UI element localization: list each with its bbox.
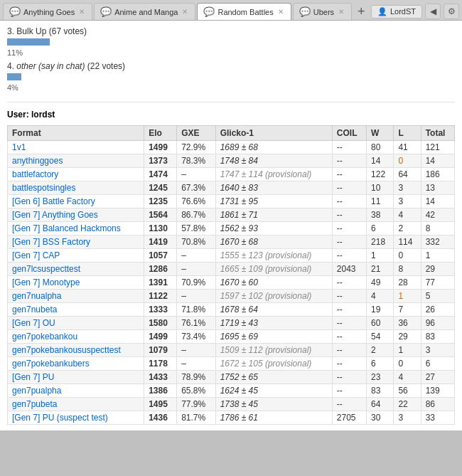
cell-total-18: 139 xyxy=(421,384,454,398)
table-row: [Gen 7] Anything Goes 1564 86.7% 1861 ± … xyxy=(8,208,455,222)
cell-elo-18: 1386 xyxy=(144,384,177,398)
cell-glicko-2: 1747 ± 114 (provisional) xyxy=(215,168,332,181)
chat-icon-1: 💬 xyxy=(100,6,112,17)
tab-random-battles[interactable]: 💬 Random Battles ✕ xyxy=(197,3,291,20)
cell-w-1: 14 xyxy=(367,154,394,168)
cell-w-13: 60 xyxy=(367,317,394,330)
cell-coil-3: -- xyxy=(332,181,366,195)
cell-total-11: 5 xyxy=(421,290,454,303)
cell-w-16: 6 xyxy=(367,357,394,371)
cell-format-12: gen7nubeta xyxy=(8,303,144,317)
cell-total-9: 29 xyxy=(421,263,454,276)
tab-anime-manga[interactable]: 💬 Anime and Manga ✕ xyxy=(94,3,195,20)
cell-w-11: 4 xyxy=(367,290,394,303)
cell-glicko-3: 1640 ± 83 xyxy=(215,181,332,195)
cell-format-0: 1v1 xyxy=(8,141,144,154)
poll-item3-label: Bulk Up xyxy=(16,26,46,36)
cell-w-2: 122 xyxy=(367,168,394,181)
cell-w-9: 21 xyxy=(367,263,394,276)
table-row: gen7pokebankubers 1178 – 1672 ± 105 (pro… xyxy=(8,357,455,371)
cell-format-17: [Gen 7] PU xyxy=(8,371,144,384)
cell-w-8: 1 xyxy=(367,249,394,263)
cell-total-15: 3 xyxy=(421,344,454,357)
poll-pct-4: 4% xyxy=(7,83,455,92)
col-format: Format xyxy=(8,126,144,141)
cell-coil-8: -- xyxy=(332,249,366,263)
username-label: LordST xyxy=(390,7,416,16)
cell-format-14: gen7pokebankou xyxy=(8,330,144,344)
cell-elo-3: 1245 xyxy=(144,181,177,195)
user-badge: 👤 LordST xyxy=(371,5,422,18)
cell-format-6: [Gen 7] Balanced Hackmons xyxy=(8,222,144,236)
poll-bar-container-3 xyxy=(7,38,455,48)
cell-w-19: 64 xyxy=(367,398,394,411)
table-row: gen7pubeta 1495 77.9% 1738 ± 45 -- 64 22… xyxy=(8,398,455,411)
cell-coil-2: -- xyxy=(332,168,366,181)
cell-total-7: 332 xyxy=(421,236,454,249)
cell-glicko-15: 1509 ± 112 (provisional) xyxy=(215,344,332,357)
cell-format-2: battlefactory xyxy=(8,168,144,181)
cell-elo-11: 1122 xyxy=(144,290,177,303)
cell-gxe-0: 72.9% xyxy=(177,141,216,154)
cell-glicko-19: 1738 ± 45 xyxy=(215,398,332,411)
cell-coil-11: -- xyxy=(332,290,366,303)
cell-l-16: 0 xyxy=(394,357,421,371)
table-header-row: Format Elo GXE Glicko-1 COIL W L Total xyxy=(8,126,455,141)
cell-coil-19: -- xyxy=(332,398,366,411)
cell-coil-5: -- xyxy=(332,208,366,222)
cell-w-6: 6 xyxy=(367,222,394,236)
col-w: W xyxy=(367,126,394,141)
cell-gxe-15: – xyxy=(177,344,216,357)
cell-elo-7: 1419 xyxy=(144,236,177,249)
cell-format-16: gen7pokebankubers xyxy=(8,357,144,371)
cell-gxe-10: 70.9% xyxy=(177,276,216,290)
table-row: gen7nubeta 1333 71.8% 1678 ± 64 -- 19 7 … xyxy=(8,303,455,317)
chat-icon-0: 💬 xyxy=(9,6,21,17)
cell-gxe-13: 76.1% xyxy=(177,317,216,330)
cell-coil-16: -- xyxy=(332,357,366,371)
cell-coil-13: -- xyxy=(332,317,366,330)
tab-bar-right: 👤 LordST ◀ ⚙ xyxy=(371,4,459,19)
cell-w-12: 19 xyxy=(367,303,394,317)
add-tab-button[interactable]: + xyxy=(353,4,370,19)
tab-close-3[interactable]: ✕ xyxy=(338,8,344,16)
tab-close-2[interactable]: ✕ xyxy=(278,8,284,16)
cell-total-19: 86 xyxy=(421,398,454,411)
user-icon: 👤 xyxy=(377,7,387,16)
cell-w-5: 38 xyxy=(367,208,394,222)
table-row: gen7nualpha 1122 – 1597 ± 102 (provision… xyxy=(8,290,455,303)
table-row: [Gen 7] PU 1433 78.9% 1752 ± 65 -- 23 4 … xyxy=(8,371,455,384)
tab-anything-goes[interactable]: 💬 Anything Goes ✕ xyxy=(3,3,92,20)
tab-close-1[interactable]: ✕ xyxy=(182,8,188,16)
table-row: [Gen 7] BSS Factory 1419 70.8% 1670 ± 68… xyxy=(8,236,455,249)
cell-coil-20: 2705 xyxy=(332,411,366,425)
cell-glicko-1: 1748 ± 84 xyxy=(215,154,332,168)
cell-l-15: 1 xyxy=(394,344,421,357)
cell-l-0: 41 xyxy=(394,141,421,154)
table-row: [Gen 6] Battle Factory 1235 76.6% 1731 ±… xyxy=(8,195,455,208)
cell-coil-10: -- xyxy=(332,276,366,290)
cell-elo-4: 1235 xyxy=(144,195,177,208)
poll-item3-votes: (67 votes) xyxy=(49,26,87,36)
cell-total-3: 13 xyxy=(421,181,454,195)
back-button[interactable]: ◀ xyxy=(425,4,441,19)
cell-elo-0: 1499 xyxy=(144,141,177,154)
poll-item4-label: other (say in chat) xyxy=(16,61,85,71)
tab-close-0[interactable]: ✕ xyxy=(79,8,85,16)
col-total: Total xyxy=(421,126,454,141)
cell-total-16: 6 xyxy=(421,357,454,371)
settings-button[interactable]: ⚙ xyxy=(444,4,459,19)
col-coil: COIL xyxy=(332,126,366,141)
cell-glicko-18: 1624 ± 45 xyxy=(215,384,332,398)
cell-w-0: 80 xyxy=(367,141,394,154)
cell-l-7: 114 xyxy=(394,236,421,249)
cell-elo-13: 1580 xyxy=(144,317,177,330)
cell-gxe-9: – xyxy=(177,263,216,276)
tab-ubers[interactable]: 💬 Ubers ✕ xyxy=(293,3,352,20)
cell-l-2: 64 xyxy=(394,168,421,181)
cell-w-4: 11 xyxy=(367,195,394,208)
cell-format-8: [Gen 7] CAP xyxy=(8,249,144,263)
cell-gxe-8: – xyxy=(177,249,216,263)
cell-l-20: 3 xyxy=(394,411,421,425)
cell-format-18: gen7pualpha xyxy=(8,384,144,398)
